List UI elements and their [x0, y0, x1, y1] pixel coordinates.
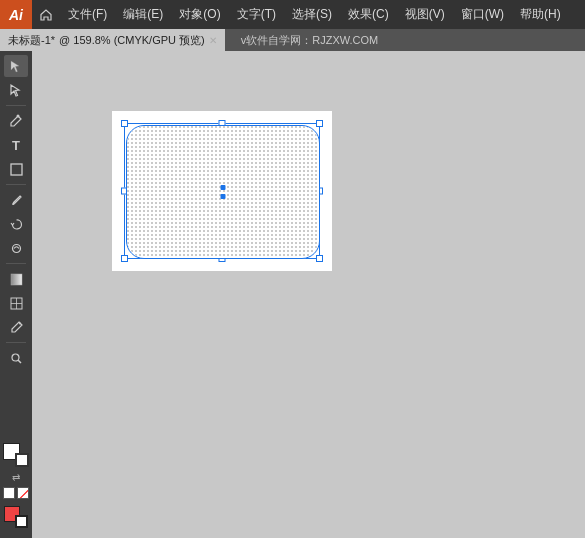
handle-bl[interactable] [121, 255, 128, 262]
toolbar-bottom: ⇄ [3, 439, 29, 534]
handle-ml[interactable] [121, 188, 128, 195]
artboard [112, 111, 332, 271]
tab-bar: 未标题-1* @ 159.8% (CMYK/GPU 预览) ✕ v软件自学网：R… [0, 29, 585, 51]
home-button[interactable] [32, 0, 60, 29]
menu-effect[interactable]: 效果(C) [340, 0, 397, 29]
center-anchor [221, 183, 226, 201]
selection-border [124, 123, 320, 259]
svg-point-8 [19, 322, 21, 324]
svg-rect-12 [127, 126, 319, 258]
tab-close-button[interactable]: ✕ [209, 35, 217, 46]
menu-select[interactable]: 选择(S) [284, 0, 340, 29]
pen-tool[interactable] [4, 110, 28, 132]
tab-website[interactable]: v软件自学网：RJZXW.COM [233, 29, 387, 51]
menu-object[interactable]: 对象(O) [171, 0, 228, 29]
handle-tm[interactable] [219, 120, 226, 127]
ai-logo: Ai [0, 0, 32, 29]
separator4 [6, 342, 26, 343]
rounded-rect-object[interactable] [126, 125, 320, 259]
rotate-tool[interactable] [4, 213, 28, 235]
svg-rect-1 [11, 164, 22, 175]
none-indicator[interactable] [17, 487, 29, 499]
zoom-tool[interactable] [4, 347, 28, 369]
menu-file[interactable]: 文件(F) [60, 0, 115, 29]
tab-document[interactable]: 未标题-1* @ 159.8% (CMYK/GPU 预览) ✕ [0, 29, 225, 51]
stroke-color-swatch[interactable] [15, 453, 29, 467]
tab-document-label: 未标题-1* [8, 33, 55, 48]
eyedropper-tool[interactable] [4, 316, 28, 338]
handle-br[interactable] [316, 255, 323, 262]
gradient-tool[interactable] [4, 268, 28, 290]
handle-tr[interactable] [316, 120, 323, 127]
menu-text[interactable]: 文字(T) [229, 0, 284, 29]
svg-point-2 [12, 203, 14, 205]
separator3 [6, 263, 26, 264]
tab-document-subtitle: @ 159.8% (CMYK/GPU 预览) [59, 33, 205, 48]
selection-tool[interactable] [4, 55, 28, 77]
svg-rect-4 [11, 274, 22, 285]
menu-bar: 文件(F) 编辑(E) 对象(O) 文字(T) 选择(S) 效果(C) 视图(V… [60, 0, 585, 29]
svg-point-9 [12, 354, 19, 361]
main-area: T [0, 51, 585, 538]
handle-bm[interactable] [219, 255, 226, 262]
separator [6, 105, 26, 106]
mesh-tool[interactable] [4, 292, 28, 314]
separator2 [6, 184, 26, 185]
svg-point-3 [12, 244, 20, 252]
menu-edit[interactable]: 编辑(E) [115, 0, 171, 29]
svg-point-0 [17, 115, 20, 118]
fill-stroke-color-box[interactable] [4, 506, 28, 528]
menu-view[interactable]: 视图(V) [397, 0, 453, 29]
canvas-area[interactable] [32, 51, 585, 538]
warp-tool[interactable] [4, 237, 28, 259]
menu-window[interactable]: 窗口(W) [453, 0, 512, 29]
direct-selection-tool[interactable] [4, 79, 28, 101]
type-tool[interactable]: T [4, 134, 28, 156]
color-mode-indicator[interactable] [3, 487, 15, 499]
svg-line-10 [18, 360, 21, 363]
menu-help[interactable]: 帮助(H) [512, 0, 569, 29]
toolbar: T [0, 51, 32, 538]
paintbrush-tool[interactable] [4, 189, 28, 211]
handle-tl[interactable] [121, 120, 128, 127]
handle-mr[interactable] [316, 188, 323, 195]
title-bar: Ai 文件(F) 编辑(E) 对象(O) 文字(T) 选择(S) 效果(C) 视… [0, 0, 585, 29]
swap-colors-button[interactable]: ⇄ [12, 472, 20, 483]
rectangle-tool[interactable] [4, 158, 28, 180]
tab-website-label: v软件自学网：RJZXW.COM [241, 33, 379, 48]
